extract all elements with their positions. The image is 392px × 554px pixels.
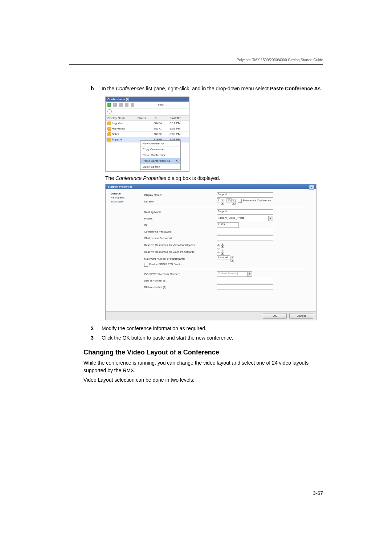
duration-label: Duration: (144, 200, 217, 203)
find-label: Find: (158, 103, 164, 106)
chevron-down-icon: ▼ (268, 216, 273, 221)
dialin1-label: Dial-in Number (1): (144, 279, 217, 282)
step-b: b In the Conferences list pane, right-cl… (83, 85, 323, 93)
ctx-paste-conference-as[interactable]: Paste Conference As ↖ (140, 158, 180, 164)
search-icon[interactable] (107, 109, 112, 114)
conferences-title: Conferences (4) (106, 97, 189, 102)
table-row[interactable]: Sales 58922 8:09 PM (106, 131, 189, 137)
display-name-field[interactable]: Support (217, 192, 273, 198)
dialin2-label: Dial-in Number (2): (144, 286, 217, 289)
step-3-text: Click the OK button to paste and start t… (102, 334, 233, 342)
permanent-checkbox[interactable] (238, 199, 242, 203)
col-id[interactable]: ID (152, 115, 168, 120)
step-3-number: 3 (91, 334, 97, 342)
dialog-footer: OK Cancel (106, 311, 316, 320)
nav-information[interactable]: ›Information (109, 200, 141, 203)
conferences-toolbar: Find: (106, 102, 189, 108)
display-name-label: Display Name: (144, 193, 217, 197)
nav-general[interactable]: ›General (109, 192, 141, 195)
col-start-time[interactable]: Start Tim (168, 115, 189, 120)
enable-isdn-checkbox[interactable] (144, 263, 148, 267)
record-icon[interactable] (125, 103, 128, 107)
participants-icon[interactable] (119, 103, 123, 107)
page-header: Polycom RMX 1500/2000/4000 Getting Start… (69, 58, 323, 62)
reserve-video-label: Reserve Resources for Video Participants… (144, 243, 217, 247)
enable-isdn-label: Enable ISDN/PSTN Dial-in (149, 263, 181, 266)
conference-icon (107, 127, 111, 131)
ctx-new-conference[interactable]: New Conference (140, 141, 180, 147)
duration-hours[interactable]: 1 (217, 198, 220, 202)
conference-icon (107, 122, 111, 125)
hours-stepper[interactable]: ▲▼ (221, 200, 224, 205)
context-menu: New Conference Copy Conference Paste Con… (140, 140, 181, 170)
profile-select[interactable]: Factory_Video_Profile▼ (217, 216, 273, 221)
stop-icon[interactable] (131, 103, 134, 107)
step-b-text: In the Conferences list pane, right-clic… (102, 85, 322, 93)
dialog-nav: ›General ›Participants ›Information (106, 189, 143, 311)
permanent-label: Permanent Conference (243, 199, 271, 202)
dialin2-field[interactable] (217, 284, 273, 290)
conference-icon (107, 138, 111, 141)
section-heading: Changing the Video Layout of a Conferenc… (83, 349, 323, 356)
reserve-voice-field[interactable]: 0 (217, 249, 220, 253)
routing-name-label: Routing Name: (144, 210, 217, 214)
conf-password-field[interactable] (217, 229, 273, 234)
properties-dialog: Support Properties × ›General ›Participa… (105, 184, 317, 320)
step-2-text: Modify the conference information as req… (102, 325, 207, 333)
video-stepper[interactable]: ▲▼ (221, 243, 224, 248)
table-row[interactable]: Logistics 50494 8:12 PM (106, 120, 189, 126)
chair-password-label: Chairperson Password: (144, 237, 217, 240)
dialog-caption: The Conference Properties dialog box is … (105, 175, 323, 181)
paragraph-1: While the conference is running, you can… (83, 359, 323, 375)
step-2-number: 2 (91, 325, 97, 333)
mins-stepper[interactable]: ▲▼ (232, 200, 236, 205)
cancel-button[interactable]: Cancel (289, 313, 313, 319)
header-divider (69, 64, 323, 65)
nav-participants[interactable]: ›Participants (109, 196, 141, 199)
conferences-searchrow (106, 108, 189, 115)
delete-icon[interactable] (113, 103, 117, 107)
isdn-service-select[interactable]: [Default Service]▼ (217, 271, 252, 277)
dialin1-field[interactable] (217, 278, 273, 283)
max-participants-label: Maximum Number of Participants: (144, 257, 217, 260)
dialog-main: Display Name: Support Duration: 1▲▼ : 40… (143, 189, 309, 311)
close-icon[interactable]: × (309, 185, 314, 190)
separator (144, 207, 306, 207)
ok-button[interactable]: OK (263, 313, 287, 319)
cursor-icon: ↖ (176, 159, 178, 163)
duration-mins[interactable]: 40 (226, 198, 232, 202)
ctx-quick-search[interactable]: Quick Search (140, 164, 180, 169)
col-display-name[interactable]: Display Name (106, 115, 136, 120)
separator (144, 269, 306, 269)
paragraph-2: Video Layout selection can be done in tw… (83, 376, 323, 384)
max-participants-field[interactable]: Automatic (217, 255, 230, 259)
profile-label: Profile: (144, 217, 217, 220)
isdn-service-label: ISDN/PSTN Network Service: (144, 272, 217, 276)
find-input[interactable] (167, 103, 187, 107)
voice-stepper[interactable]: ▲▼ (221, 250, 224, 255)
step-b-letter: b (91, 85, 97, 93)
colon: : (225, 199, 226, 202)
page-number: 3-67 (313, 490, 323, 496)
id-label: ID: (144, 223, 217, 227)
chair-password-field[interactable] (217, 235, 273, 241)
ctx-copy-conference[interactable]: Copy Conference (140, 147, 180, 152)
conf-password-label: Conference Password: (144, 230, 217, 233)
table-row[interactable]: Marketing 38371 8:09 PM (106, 126, 189, 131)
step-3: 3 Click the OK button to paste and start… (83, 334, 323, 342)
col-status[interactable]: Status (136, 115, 152, 120)
step-2: 2 Modify the conference information as r… (83, 325, 323, 333)
conference-icon (107, 132, 111, 136)
reserve-video-field[interactable]: 0 (217, 242, 220, 246)
conferences-table: Display Name Status ID Start Tim Logisti… (106, 115, 189, 143)
reserve-voice-label: Reserve Resources for Voice Participants… (144, 250, 217, 254)
new-icon[interactable] (107, 103, 111, 107)
conferences-pane: Conferences (4) Find: Display Name Statu… (105, 97, 189, 172)
max-stepper[interactable]: ▲▼ (230, 257, 234, 262)
chevron-down-icon: ▼ (247, 272, 252, 276)
dialog-titlebar: Support Properties × (106, 184, 316, 189)
routing-name-field[interactable]: Support (217, 209, 273, 215)
id-field[interactable]: 71979 (217, 222, 239, 228)
ctx-paste-conference[interactable]: Paste Conference (140, 152, 180, 158)
